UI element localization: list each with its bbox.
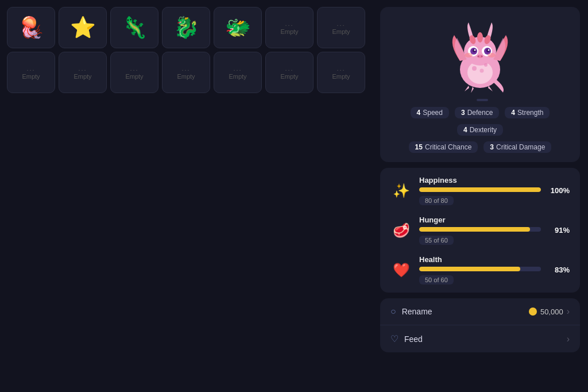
hunger-info: Hunger55 of 60 — [419, 216, 541, 245]
stat-label: Speed — [423, 109, 443, 117]
action-rename[interactable]: ○Rename50,000› — [380, 298, 580, 325]
empty-label: Empty — [332, 28, 350, 35]
happiness-icon: ✨ — [390, 180, 412, 202]
svg-point-15 — [488, 53, 496, 57]
happiness-count: 80 of 80 — [419, 196, 454, 205]
chevron-right-icon: › — [567, 306, 570, 317]
stats-row: 4Speed3Defence4Strength4Dexterity — [390, 107, 570, 136]
bar-row-happiness: ✨Happiness80 of 80100% — [390, 176, 570, 205]
empty-dots: ... — [26, 65, 35, 72]
svg-point-21 — [480, 69, 484, 73]
feed-right: › — [567, 334, 570, 344]
pet-grid-row2: ...Empty...Empty...Empty...Empty...Empty… — [7, 52, 365, 93]
happiness-fill — [419, 187, 541, 192]
combat-value: 3 — [490, 143, 494, 151]
happiness-track — [419, 187, 541, 192]
rename-label: Rename — [402, 307, 432, 316]
combat-label: Critical Chance — [425, 143, 471, 151]
pet-icon-2: ⭐ — [70, 17, 96, 38]
empty-label: Empty — [280, 73, 298, 80]
stat-value: 3 — [461, 109, 465, 117]
bars-card: ✨Happiness80 of 80100%🥩Hunger55 of 6091%… — [380, 168, 580, 293]
hunger-count: 55 of 60 — [419, 236, 454, 245]
chevron-right-icon: › — [567, 334, 570, 344]
pet-name-row — [472, 99, 488, 101]
health-label: Health — [419, 255, 541, 264]
combat-badge-critical-damage: 3Critical Damage — [483, 141, 551, 153]
stat-value: 4 — [463, 126, 467, 134]
svg-point-13 — [488, 49, 490, 51]
stat-badge-defence: 3Defence — [455, 107, 499, 118]
combat-row: 15Critical Chance3Critical Damage — [409, 141, 552, 153]
hunger-label: Hunger — [419, 216, 541, 224]
pet-slot-2[interactable]: ⭐ — [59, 7, 107, 48]
bar-row-hunger: 🥩Hunger55 of 6091% — [390, 216, 570, 245]
pet-slot-9[interactable]: ...Empty — [59, 52, 107, 93]
pet-icon-1: 🪼 — [18, 17, 44, 38]
health-info: Health50 of 60 — [419, 255, 541, 285]
health-track — [419, 267, 541, 271]
empty-label: Empty — [125, 73, 143, 80]
hunger-icon: 🥩 — [390, 220, 412, 241]
pet-slot-1[interactable]: 🪼 — [7, 7, 55, 48]
pet-slot-11[interactable]: ...Empty — [162, 52, 210, 93]
dragon-illustration — [443, 18, 517, 93]
empty-dots: ... — [78, 65, 87, 72]
happiness-label: Happiness — [419, 176, 541, 185]
pet-portrait — [440, 15, 520, 95]
bar-row-health: ❤️Health50 of 6083% — [390, 255, 570, 285]
stat-badge-dexterity: 4Dexterity — [457, 124, 503, 136]
feed-icon: ♡ — [390, 333, 399, 344]
stat-label: Defence — [467, 109, 493, 117]
action-feed[interactable]: ♡Feed› — [380, 325, 580, 352]
empty-label: Empty — [74, 73, 91, 80]
happiness-info: Happiness80 of 80 — [419, 176, 541, 205]
empty-dots: ... — [181, 65, 190, 72]
health-icon: ❤️ — [390, 259, 412, 281]
pet-slot-13[interactable]: ...Empty — [265, 52, 314, 93]
health-fill — [419, 267, 520, 271]
combat-value: 15 — [415, 143, 423, 151]
rename-left: ○Rename — [390, 306, 432, 317]
pet-slot-3[interactable]: 🦎 — [110, 7, 158, 48]
combat-badge-critical-chance: 15Critical Chance — [409, 141, 478, 153]
pet-icon-4: 🐉 — [173, 17, 199, 38]
stat-badge-speed: 4Speed — [411, 107, 449, 118]
pet-slot-6[interactable]: ...Empty — [265, 7, 314, 48]
pet-slot-7[interactable]: ...Empty — [317, 7, 365, 48]
empty-dots: ... — [130, 65, 138, 72]
feed-label: Feed — [404, 335, 423, 344]
pet-slot-14[interactable]: ...Empty — [317, 52, 365, 93]
hunger-percent: 91% — [548, 226, 570, 235]
hunger-track — [419, 227, 541, 232]
right-panel: 4Speed3Defence4Strength4Dexterity 15Crit… — [372, 0, 588, 392]
svg-point-14 — [465, 53, 473, 57]
stat-label: Dexterity — [470, 126, 497, 134]
pet-grid-row1: 🪼⭐🦎🐉🐲...Empty...Empty — [7, 7, 365, 48]
empty-label: Empty — [177, 73, 195, 80]
pet-slot-12[interactable]: ...Empty — [214, 52, 262, 93]
svg-point-20 — [484, 63, 488, 67]
pet-slot-8[interactable]: ...Empty — [7, 52, 55, 93]
svg-point-17 — [478, 56, 479, 57]
empty-label: Empty — [332, 73, 350, 80]
pet-slot-4[interactable]: 🐉 — [162, 7, 210, 48]
stat-badge-strength: 4Strength — [505, 107, 550, 118]
action-card: ○Rename50,000›♡Feed› — [380, 298, 580, 352]
stat-value: 4 — [511, 109, 515, 117]
empty-dots: ... — [233, 65, 242, 72]
coin-icon — [529, 308, 537, 316]
combat-label: Critical Damage — [496, 143, 545, 151]
left-panel: 🪼⭐🦎🐉🐲...Empty...Empty ...Empty...Empty..… — [0, 0, 372, 392]
empty-dots: ... — [285, 20, 293, 27]
happiness-percent: 100% — [548, 186, 570, 195]
svg-point-4 — [477, 32, 483, 43]
pet-slot-10[interactable]: ...Empty — [110, 52, 158, 93]
empty-dots: ... — [336, 65, 345, 72]
empty-label: Empty — [280, 28, 298, 35]
hunger-fill — [419, 227, 530, 232]
level-badge — [477, 99, 488, 101]
health-count: 50 of 60 — [419, 275, 454, 285]
empty-label: Empty — [22, 73, 40, 80]
pet-slot-5[interactable]: 🐲 — [214, 7, 262, 48]
